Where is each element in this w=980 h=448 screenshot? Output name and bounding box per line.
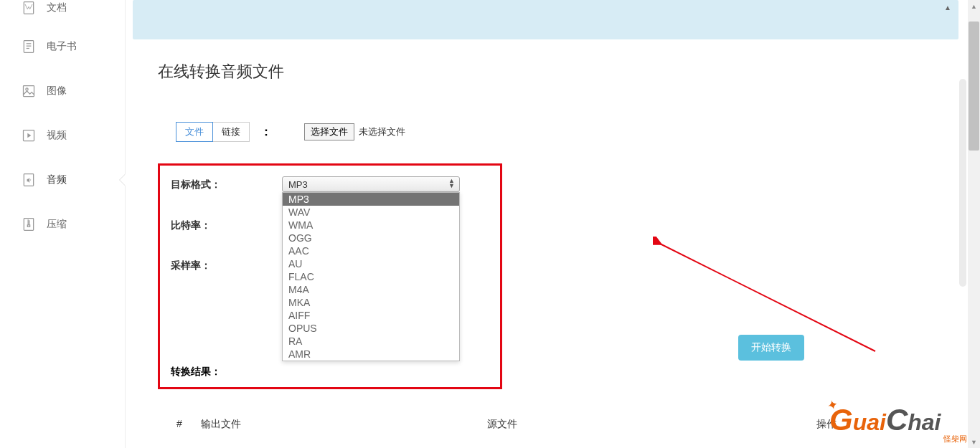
dropdown-option-m4a[interactable]: M4A <box>283 283 459 296</box>
archive-icon <box>22 216 36 232</box>
target-format-label: 目标格式： <box>171 176 282 191</box>
dropdown-option-wav[interactable]: WAV <box>283 206 459 219</box>
select-arrows-icon: ▲▼ <box>448 178 455 189</box>
logo-uai: uai <box>853 409 886 435</box>
sidebar-label: 视频 <box>47 129 67 142</box>
col-source: 源文件 <box>402 418 603 431</box>
content-area: 在线转换音频文件 文件 链接 ： 选择文件 未选择文件 目标格式： MP3 ▲▼ <box>126 39 966 411</box>
form-section: 文件 链接 ： 选择文件 未选择文件 目标格式： MP3 ▲▼ MP3 <box>158 122 933 389</box>
sidebar-label: 图像 <box>47 85 67 97</box>
audio-icon <box>22 172 36 188</box>
video-icon <box>22 128 36 143</box>
window-scrollbar[interactable]: ▲ ▼ <box>968 0 980 448</box>
dropdown-option-ogg[interactable]: OGG <box>283 232 459 244</box>
content-scrollbar-thumb[interactable] <box>959 79 966 287</box>
sidebar-item-video[interactable]: 视频 <box>0 113 125 158</box>
separator: ： <box>260 125 272 140</box>
svg-rect-13 <box>27 225 29 227</box>
dropdown-option-flac[interactable]: FLAC <box>283 270 459 283</box>
scrollbar-thumb[interactable] <box>969 22 979 151</box>
dropdown-option-mka[interactable]: MKA <box>283 296 459 309</box>
results-table-header: # 输出文件 源文件 操作 <box>158 414 933 435</box>
dropdown-option-opus[interactable]: OPUS <box>283 322 459 335</box>
svg-rect-5 <box>24 86 34 97</box>
sidebar-item-image[interactable]: 图像 <box>0 69 125 113</box>
logo-hai: hai <box>908 409 941 435</box>
sidebar-item-archive[interactable]: 压缩 <box>0 202 125 247</box>
dropdown-option-wma[interactable]: WMA <box>283 219 459 232</box>
sidebar-label: 音频 <box>47 173 67 186</box>
dropdown-option-au[interactable]: AU <box>283 257 459 270</box>
highlighted-options-box: 目标格式： MP3 ▲▼ MP3 WAV WMA OGG AAC AU FLAC… <box>158 163 502 389</box>
info-banner: ▲ <box>133 0 958 39</box>
target-format-row: 目标格式： MP3 ▲▼ <box>171 176 493 192</box>
format-dropdown-list: MP3 WAV WMA OGG AAC AU FLAC M4A MKA AIFF… <box>282 192 460 361</box>
sidebar-label: 电子书 <box>47 40 77 53</box>
source-tabs-row: 文件 链接 ： 选择文件 未选择文件 <box>158 122 933 142</box>
start-convert-button[interactable]: 开始转换 <box>738 335 804 361</box>
document-icon <box>22 0 36 16</box>
image-icon <box>22 83 36 99</box>
sidebar-label: 文档 <box>47 1 67 14</box>
file-status-text: 未选择文件 <box>359 125 405 138</box>
col-number: # <box>158 418 201 431</box>
sidebar-label: 压缩 <box>47 218 67 231</box>
dropdown-option-aac[interactable]: AAC <box>283 244 459 257</box>
choose-file-button[interactable]: 选择文件 <box>304 123 354 140</box>
svg-marker-8 <box>27 133 31 138</box>
site-logo-watermark: ✦ GuaiChai 怪柴网 <box>829 403 973 444</box>
dropdown-option-ra[interactable]: RA <box>283 335 459 348</box>
svg-point-6 <box>26 88 28 90</box>
select-value: MP3 <box>288 179 308 190</box>
sidebar-item-document[interactable]: 文档 <box>0 0 125 24</box>
sidebar-item-ebook[interactable]: 电子书 <box>0 24 125 69</box>
scrollbar-up-arrow-icon[interactable]: ▲ <box>968 0 980 12</box>
svg-rect-0 <box>24 2 33 14</box>
dropdown-option-mp3[interactable]: MP3 <box>283 193 459 206</box>
page-title: 在线转换音频文件 <box>158 61 933 82</box>
sample-rate-label: 采样率： <box>171 257 282 272</box>
ebook-icon <box>22 39 36 54</box>
sidebar-item-audio[interactable]: 音频 <box>0 158 125 202</box>
target-format-select[interactable]: MP3 ▲▼ <box>282 176 460 192</box>
main-content: ▲ 在线转换音频文件 文件 链接 ： 选择文件 未选择文件 目标格式： MP3 … <box>126 0 966 448</box>
tab-link[interactable]: 链接 <box>212 122 250 142</box>
dropdown-option-amr[interactable]: AMR <box>283 348 459 361</box>
result-label: 转换结果： <box>171 366 221 378</box>
banner-up-arrow-icon[interactable]: ▲ <box>944 4 951 11</box>
sidebar: 文档 电子书 图像 视频 音频 压缩 <box>0 0 126 448</box>
tab-file[interactable]: 文件 <box>176 122 213 142</box>
bitrate-label: 比特率： <box>171 217 282 232</box>
logo-letter-c: C <box>886 403 908 437</box>
svg-rect-10 <box>24 219 33 231</box>
svg-rect-1 <box>24 41 33 53</box>
col-output: 输出文件 <box>201 418 402 431</box>
dropdown-option-aiff[interactable]: AIFF <box>283 309 459 322</box>
